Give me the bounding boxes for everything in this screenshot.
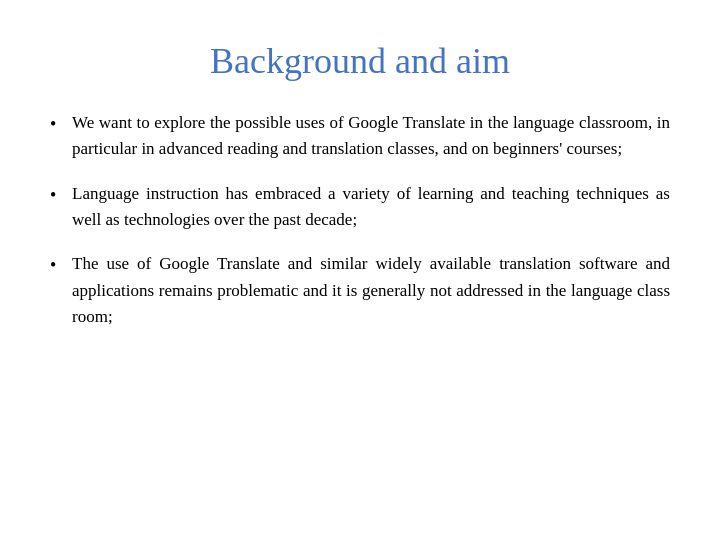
bullet-symbol: • [50,111,72,139]
page-title: Background and aim [50,40,670,82]
bullet-symbol: • [50,252,72,280]
list-item: • We want to explore the possible uses o… [50,110,670,163]
bullet-1-text: We want to explore the possible uses of … [72,110,670,163]
bullet-symbol: • [50,182,72,210]
bullet-3-text: The use of Google Translate and similar … [72,251,670,330]
list-item: • The use of Google Translate and simila… [50,251,670,330]
bullet-list: • We want to explore the possible uses o… [50,110,670,348]
list-item: • Language instruction has embraced a va… [50,181,670,234]
bullet-2-text: Language instruction has embraced a vari… [72,181,670,234]
